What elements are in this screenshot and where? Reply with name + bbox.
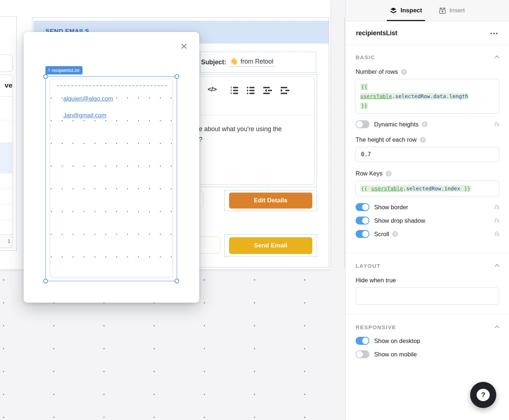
help-icon[interactable]: ?: [392, 231, 398, 237]
responsive-section-title: RESPONSIVE: [356, 324, 396, 330]
show-border-toggle[interactable]: [356, 203, 369, 211]
show-on-mobile-label: Show on mobile: [374, 351, 417, 358]
table-column-header: ve: [0, 75, 12, 97]
collapse-chevron-icon[interactable]: [495, 326, 500, 330]
table-row[interactable]: [0, 97, 12, 120]
resize-handle-bottom-right[interactable]: [175, 279, 179, 283]
recipients-list-view[interactable]: alguien@algo.com Jan@gmail.com: [50, 79, 173, 277]
table-row[interactable]: [0, 189, 12, 205]
fx-icon[interactable]: fx: [494, 217, 499, 224]
tab-insert[interactable]: Insert: [439, 0, 465, 21]
show-border-label: Show border: [374, 204, 408, 211]
scroll-label: Scroll ?: [374, 231, 398, 238]
table-row[interactable]: [0, 120, 12, 143]
component-name-tag[interactable]: ⠿ recipientsList: [45, 66, 83, 74]
table-search-input-partial[interactable]: [0, 54, 13, 72]
show-border-row: Show border fx: [356, 203, 499, 211]
row-height-label: The height of each row ?: [356, 136, 499, 143]
show-on-desktop-label: Show on desktop: [374, 338, 420, 344]
recipient-link[interactable]: alguien@algo.com: [63, 95, 115, 102]
table-row[interactable]: [0, 173, 12, 189]
drag-handle-icon[interactable]: ⠿: [48, 68, 50, 72]
overflow-menu-icon[interactable]: •••: [490, 31, 499, 36]
component-tag-label: recipientsList: [52, 68, 79, 73]
outdent-icon[interactable]: [263, 87, 272, 94]
show-on-desktop-toggle[interactable]: [356, 337, 369, 345]
fx-icon[interactable]: fx: [494, 231, 499, 237]
recipient-link[interactable]: Jan@gmail.com: [63, 112, 108, 119]
show-drop-shadow-label: Show drop shadow: [374, 217, 425, 224]
editor-canvas[interactable]: ve 1 SEND EMAILS Subject: 👋from Retool <…: [0, 0, 345, 420]
tab-inspect[interactable]: Inspect: [390, 0, 422, 21]
show-drop-shadow-row: Show drop shadow fx: [356, 217, 499, 225]
ordered-list-icon[interactable]: 1 2 3: [230, 87, 238, 94]
show-on-desktop-row: Show on desktop: [356, 337, 499, 345]
row-keys-label: Row Keys ?: [356, 170, 499, 177]
fx-icon[interactable]: fx: [494, 121, 499, 128]
hide-when-true-input[interactable]: [356, 287, 499, 305]
send-email-button[interactable]: Send Email: [229, 237, 312, 254]
bullet-list-icon[interactable]: [247, 87, 254, 94]
subject-value[interactable]: 👋from Retool: [230, 57, 275, 67]
layers-icon: [390, 7, 397, 14]
resize-handle-top-left[interactable]: [43, 74, 48, 79]
modal-frame: ✕ ⠿ recipientsList alguien@algo.com Jan@…: [24, 32, 199, 303]
question-bubble-icon: ?: [477, 389, 490, 401]
resize-handle-bottom-left[interactable]: [43, 279, 48, 283]
edit-details-button[interactable]: Edit Details: [229, 193, 312, 209]
hide-when-true-label: Hide when true: [356, 277, 499, 284]
dynamic-heights-row: Dynamic heights ? fx: [356, 120, 499, 128]
adjacent-container-border: [344, 17, 345, 267]
subject-label: Subject:: [201, 58, 226, 66]
show-on-mobile-toggle[interactable]: [356, 350, 369, 358]
editor-toolbar: </> 1 2 3: [197, 77, 314, 115]
row-keys-code-editor[interactable]: {{ usersTable.selectedRow.index }}: [356, 181, 499, 197]
close-icon[interactable]: ✕: [180, 42, 188, 51]
component-name: recipientsList: [356, 29, 397, 37]
show-drop-shadow-toggle[interactable]: [356, 217, 369, 225]
table-row[interactable]: [0, 220, 12, 234]
scroll-row: Scroll ? fx: [356, 230, 499, 238]
list-row-separator: [57, 85, 167, 86]
rich-text-editor[interactable]: </> 1 2 3: [196, 76, 314, 185]
resize-handle-top-right[interactable]: [175, 74, 179, 79]
component-header: recipientsList •••: [346, 21, 509, 45]
indent-icon[interactable]: [281, 87, 289, 94]
code-view-icon[interactable]: </>: [208, 85, 216, 93]
subject-row: Subject: 👋from Retool: [200, 52, 316, 73]
retool-editor: ve 1 SEND EMAILS Subject: 👋from Retool <…: [0, 0, 509, 420]
help-icon[interactable]: ?: [422, 121, 428, 127]
section-responsive: RESPONSIVE Show on desktop Show on mobil…: [346, 314, 509, 373]
help-icon[interactable]: ?: [386, 171, 392, 177]
row-height-input[interactable]: [356, 147, 499, 162]
show-on-mobile-row: Show on mobile: [356, 350, 499, 358]
dynamic-heights-label: Dynamic heights ?: [374, 121, 428, 128]
inspector-panel: Inspect Insert recipientsList ••• BASIC: [345, 0, 509, 420]
insert-icon: [439, 7, 446, 14]
table-row-selected[interactable]: [0, 143, 12, 174]
section-basic: BASIC Number of rows ? {{ usersTable.sel…: [346, 45, 509, 253]
modal-grid-dots: [45, 49, 187, 56]
fx-icon[interactable]: fx: [494, 204, 499, 210]
wave-emoji-icon: 👋: [230, 57, 238, 65]
collapse-chevron-icon[interactable]: [495, 56, 500, 60]
dynamic-heights-toggle[interactable]: [356, 120, 369, 128]
number-of-rows-label: Number of rows ?: [356, 68, 499, 75]
basic-section-title: BASIC: [356, 54, 375, 60]
section-layout: LAYOUT Hide when true: [346, 253, 509, 314]
help-icon[interactable]: ?: [401, 69, 407, 75]
email-body-text[interactable]: e about what you're using the ?: [197, 115, 314, 145]
users-table-partial[interactable]: ve 1: [0, 74, 13, 248]
layout-section-title: LAYOUT: [356, 263, 381, 269]
collapse-chevron-icon[interactable]: [495, 264, 500, 269]
help-icon[interactable]: ?: [420, 137, 426, 143]
table-row[interactable]: [0, 205, 12, 220]
panel-tabbar: Inspect Insert: [346, 0, 509, 21]
subject-text: from Retool: [241, 58, 273, 65]
number-of-rows-code-editor[interactable]: {{ usersTable.selectedRow.data.length }}: [356, 79, 499, 114]
help-fab-button[interactable]: ?: [470, 382, 496, 408]
table-footer: 1: [0, 234, 12, 247]
scroll-toggle[interactable]: [356, 230, 369, 238]
